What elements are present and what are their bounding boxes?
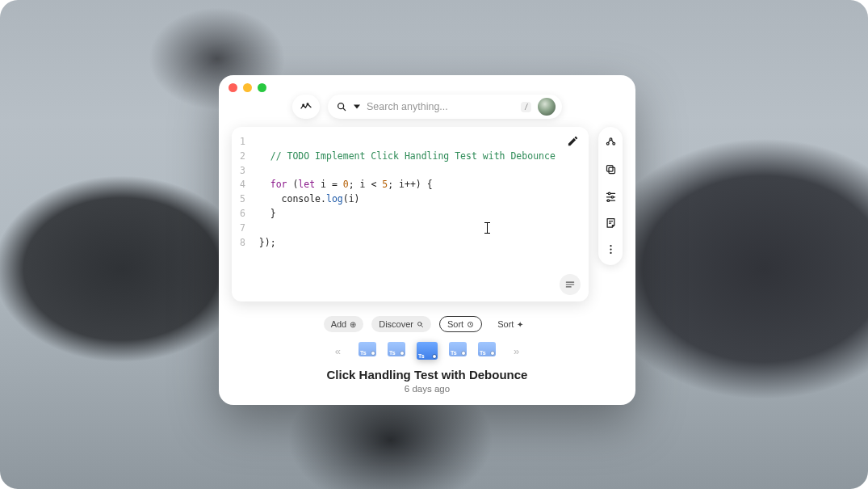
close-button[interactable] — [229, 83, 237, 92]
clock-icon — [467, 321, 474, 328]
filmstrip-prev[interactable]: « — [332, 345, 344, 357]
share-button[interactable] — [605, 137, 617, 149]
chip-label: Sort — [497, 319, 514, 329]
text-cursor-icon — [487, 222, 488, 234]
maximize-button[interactable] — [258, 83, 266, 92]
note-button[interactable] — [605, 217, 617, 229]
edit-button[interactable] — [567, 135, 579, 147]
minimize-button[interactable] — [243, 83, 252, 92]
svg-point-23 — [610, 252, 611, 254]
code-editor-card: 12345678 // TODO Implement Click Handlin… — [232, 127, 589, 301]
sliders-icon — [605, 190, 617, 202]
svg-point-14 — [608, 192, 610, 195]
chip-label: Add — [331, 319, 347, 329]
avatar[interactable] — [538, 98, 556, 116]
wrap-icon — [564, 279, 576, 290]
thumbnail-active[interactable]: Ts — [417, 342, 438, 360]
code-content[interactable]: // TODO Implement Click Handling Test wi… — [254, 135, 556, 251]
app-logo-button[interactable] — [292, 95, 320, 119]
thumbnail[interactable]: Ts — [449, 342, 467, 356]
svg-point-21 — [610, 245, 611, 247]
svg-point-22 — [610, 248, 611, 250]
search-shortcut-hint: / — [521, 102, 531, 112]
filmstrip: « Ts Ts Ts Ts Ts » — [232, 342, 623, 360]
search-input[interactable] — [367, 101, 514, 112]
app-window: / 12345678 // TODO Implement Click Handl… — [219, 75, 635, 405]
svg-point-18 — [607, 200, 610, 202]
sparkle-icon: ✦ — [517, 320, 523, 329]
search-icon — [417, 321, 424, 328]
item-caption: Click Handling Test with Debounce 6 days… — [232, 368, 623, 394]
copy-icon — [605, 163, 617, 175]
more-vertical-icon — [605, 243, 617, 255]
svg-line-3 — [343, 108, 346, 111]
settings-button[interactable] — [605, 190, 617, 202]
sparkline-icon — [300, 100, 312, 113]
desktop-wallpaper: / 12345678 // TODO Implement Click Handl… — [0, 0, 868, 489]
svg-marker-4 — [354, 105, 360, 109]
svg-rect-11 — [609, 167, 615, 174]
svg-point-2 — [338, 103, 344, 109]
search-icon — [336, 101, 347, 112]
wrap-toggle-button[interactable] — [560, 274, 581, 295]
svg-point-0 — [303, 104, 304, 106]
add-button[interactable]: Add ⊕ — [324, 316, 364, 332]
line-gutter: 12345678 — [240, 135, 254, 251]
copy-button[interactable] — [605, 163, 617, 175]
discover-button[interactable]: Discover — [371, 316, 431, 332]
code-editor[interactable]: 12345678 // TODO Implement Click Handlin… — [240, 135, 577, 251]
svg-line-25 — [421, 325, 423, 327]
filmstrip-next[interactable]: » — [510, 345, 522, 357]
thumbnail[interactable]: Ts — [478, 342, 496, 356]
svg-point-1 — [307, 103, 308, 105]
share-icon — [605, 137, 617, 149]
thumbnails: Ts Ts Ts Ts Ts — [359, 342, 496, 360]
side-toolbar — [598, 127, 623, 265]
plus-circle-icon: ⊕ — [350, 320, 356, 329]
item-title: Click Handling Test with Debounce — [232, 368, 623, 382]
title-bar: / — [232, 95, 623, 119]
search-bar[interactable]: / — [328, 95, 562, 119]
note-icon — [605, 217, 617, 229]
pencil-icon — [567, 135, 579, 147]
thumbnail[interactable]: Ts — [388, 342, 405, 356]
svg-point-16 — [611, 196, 614, 199]
search-scope-dropdown-icon[interactable] — [354, 103, 360, 110]
action-row: Add ⊕ Discover Sort Sort ✦ — [232, 316, 623, 332]
more-button[interactable] — [605, 243, 617, 255]
sort-ai-button[interactable]: Sort ✦ — [490, 316, 530, 332]
thumbnail[interactable]: Ts — [359, 342, 376, 356]
item-time: 6 days ago — [232, 384, 623, 394]
svg-rect-12 — [606, 166, 613, 172]
sort-recent-button[interactable]: Sort — [439, 316, 482, 332]
chip-label: Sort — [447, 319, 463, 329]
window-controls — [229, 83, 266, 92]
chip-label: Discover — [379, 319, 413, 329]
